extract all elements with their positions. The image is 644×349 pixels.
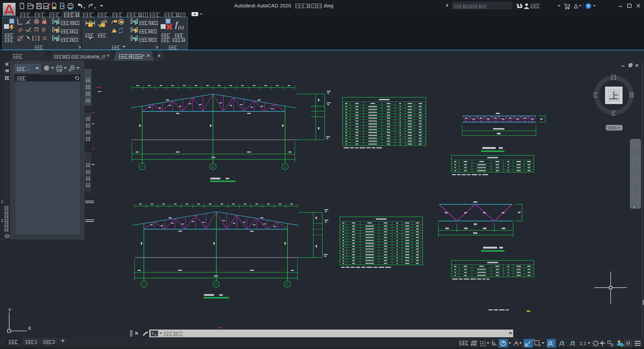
svg-text:1:1: 1:1	[580, 341, 586, 346]
